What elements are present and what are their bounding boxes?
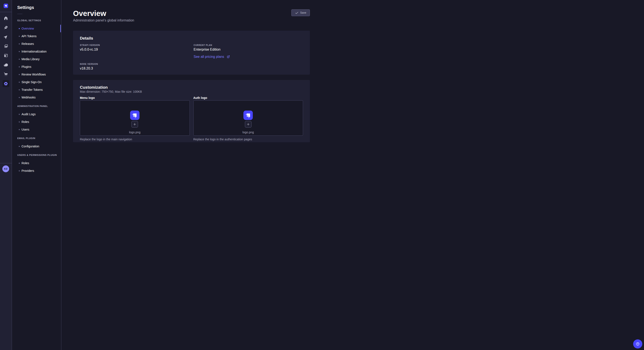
nav-cloud-button[interactable]: [2, 61, 10, 69]
cloud-icon: [4, 62, 8, 67]
check-icon: [295, 11, 298, 15]
nav-home-button[interactable]: [2, 14, 10, 22]
details-card: Details STRAPI VERSION v5.0.0-rc.19 NODE…: [73, 31, 310, 75]
auth-logo-upload-box[interactable]: logo.png: [193, 100, 303, 136]
section-label-email-plugin: EMAIL PLUGIN: [17, 137, 61, 140]
nav-settings-button[interactable]: [2, 80, 9, 87]
navbar-bottom-divider: [0, 163, 12, 163]
bullet-icon: [19, 66, 20, 67]
sidebar-item-releases[interactable]: Releases: [12, 40, 61, 48]
gear-icon: [4, 81, 8, 86]
settings-sidebar: Settings GLOBAL SETTINGS Overview API To…: [12, 0, 61, 175]
node-version-value: v18.20.3: [80, 66, 189, 71]
plus-icon: [246, 123, 250, 126]
auth-logo-preview: [244, 111, 253, 120]
sidebar-item-internationalization[interactable]: Internationalization: [12, 48, 61, 55]
details-heading: Details: [80, 36, 303, 41]
bullet-icon: [19, 28, 20, 29]
menu-logo-field: Menu logo logo.png Replace the logo in t…: [80, 96, 190, 141]
sidebar-item-api-tokens[interactable]: API Tokens: [12, 32, 61, 40]
auth-logo-label: Auth logo: [193, 96, 303, 100]
menu-logo-add-button[interactable]: [132, 121, 138, 128]
sidebar-item-transfer-tokens[interactable]: Transfer Tokens: [12, 86, 61, 94]
auth-logo-field: Auth logo logo.png Replace the logo in t…: [193, 96, 303, 141]
sidebar-item-admin-roles[interactable]: Roles: [12, 118, 61, 126]
node-version-field: NODE VERSION v18.20.3: [80, 63, 189, 71]
menu-logo-filename: logo.png: [129, 130, 140, 134]
nav-deploy-button[interactable]: [2, 32, 10, 41]
feather-icon: [4, 25, 8, 29]
sidebar-title: Settings: [17, 5, 61, 10]
sidebar-item-media-library[interactable]: Media Library: [12, 55, 61, 63]
sidebar-item-users[interactable]: Users: [12, 126, 61, 133]
bullet-icon: [19, 163, 20, 164]
current-plan-field: CURRENT PLAN Enterprise Edition: [194, 44, 303, 52]
menu-logo-upload-box[interactable]: logo.png: [80, 100, 190, 136]
main-navbar: KD: [0, 0, 12, 175]
sidebar-item-webhooks[interactable]: Webhooks: [12, 94, 61, 101]
strapi-version-value: v5.0.0-rc.19: [80, 47, 189, 52]
bullet-icon: [19, 43, 20, 44]
auth-logo-add-button[interactable]: [245, 121, 252, 128]
bullet-icon: [19, 74, 20, 75]
bullet-icon: [19, 89, 20, 90]
external-link-icon: [226, 55, 230, 59]
strapi-logo[interactable]: [4, 3, 8, 8]
nav-media-library-button[interactable]: [2, 42, 10, 50]
node-version-label: NODE VERSION: [80, 63, 189, 65]
sidebar-item-plugins[interactable]: Plugins: [12, 63, 61, 71]
bullet-icon: [19, 51, 20, 52]
paper-plane-icon: [4, 35, 8, 39]
bullet-icon: [19, 97, 20, 98]
save-button[interactable]: Save: [291, 9, 310, 16]
current-plan-value: Enterprise Edition: [194, 47, 303, 52]
nav-content-type-builder-button[interactable]: [2, 23, 10, 32]
sidebar-item-review-workflows[interactable]: Review Workflows: [12, 71, 61, 78]
customization-heading: Customization: [80, 85, 303, 90]
navbar-divider: [0, 12, 12, 12]
page-subtitle: Administration panel’s global informatio…: [73, 18, 310, 23]
bullet-icon: [19, 36, 20, 37]
bullet-icon: [19, 114, 20, 115]
layout-icon: [4, 53, 8, 58]
menu-logo-caption: Replace the logo in the main navigation: [80, 137, 190, 141]
current-plan-label: CURRENT PLAN: [194, 44, 303, 47]
bullet-icon: [19, 59, 20, 60]
auth-logo-caption: Replace the logo in the authentication p…: [193, 137, 303, 141]
section-label-global-settings: GLOBAL SETTINGS: [17, 19, 61, 22]
user-avatar[interactable]: KD: [2, 166, 9, 172]
sidebar-item-audit-logs[interactable]: Audit Logs: [12, 110, 61, 118]
section-label-users-permissions-plugin: USERS & PERMISSIONS PLUGIN: [17, 153, 61, 157]
sidebar-item-email-configuration[interactable]: Configuration: [12, 143, 61, 150]
sidebar-item-overview[interactable]: Overview: [12, 25, 61, 32]
nav-marketplace-button[interactable]: [2, 70, 10, 78]
auth-logo-filename: logo.png: [242, 130, 254, 134]
page-header: Overview Administration panel’s global i…: [73, 0, 310, 23]
strapi-version-field: STRAPI VERSION v5.0.0-rc.19: [80, 44, 189, 52]
sidebar-item-up-roles[interactable]: Roles: [12, 159, 61, 167]
cart-icon: [4, 72, 8, 77]
bullet-icon: [19, 82, 20, 83]
bullet-icon: [19, 170, 20, 172]
section-label-administration-panel: ADMINISTRATION PANEL: [17, 104, 61, 108]
menu-logo-label: Menu logo: [80, 96, 190, 100]
sidebar-divider: [17, 14, 22, 14]
main-content: Overview Administration panel’s global i…: [61, 0, 322, 175]
pricing-plans-link[interactable]: See all pricing plans: [194, 54, 230, 59]
customization-card: Customization Max dimension: 750×750, Ma…: [73, 80, 310, 142]
bullet-icon: [19, 146, 20, 147]
customization-subtitle: Max dimension: 750×750, Max file size: 1…: [80, 90, 303, 94]
menu-logo-preview: [130, 111, 140, 120]
images-icon: [4, 44, 8, 48]
page-title: Overview: [73, 9, 310, 18]
nav-content-manager-button[interactable]: [2, 51, 10, 60]
sidebar-item-single-sign-on[interactable]: Single Sign-On: [12, 78, 61, 86]
plus-icon: [133, 123, 136, 126]
strapi-version-label: STRAPI VERSION: [80, 44, 189, 47]
home-icon: [4, 16, 8, 20]
sidebar-item-providers[interactable]: Providers: [12, 167, 61, 175]
bullet-icon: [19, 129, 20, 130]
bullet-icon: [19, 121, 20, 123]
